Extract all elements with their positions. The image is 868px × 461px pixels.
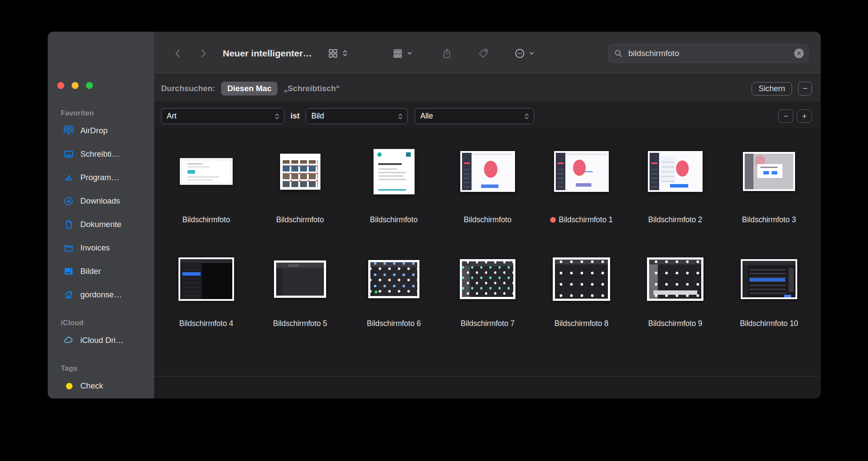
file-name-label: Bildschirmfoto 10 <box>740 318 798 329</box>
file-name-label: Bildschirmfoto 2 <box>648 214 703 225</box>
sidebar-section-tags: TagsCheckDone <box>60 364 151 398</box>
sidebar-item-iclouddri[interactable]: iCloud Dri… <box>60 329 151 352</box>
sidebar-item-dokumente[interactable]: Dokumente <box>60 213 151 236</box>
criteria-subtype-dropdown[interactable]: Alle <box>415 108 534 124</box>
file-thumbnail[interactable] <box>647 250 703 308</box>
file-name-label: Bildschirmfoto <box>182 214 230 225</box>
file-item[interactable]: Bildschirmfoto 5 <box>253 225 347 329</box>
file-item[interactable]: Bildschirmfoto 6 <box>347 225 441 329</box>
view-stepper-icon[interactable] <box>341 49 349 57</box>
sidebar-item-label: Bilder <box>80 267 101 276</box>
status-bar <box>154 376 821 398</box>
sidebar-item-downloads[interactable]: Downloads <box>60 189 151 213</box>
cloud-icon <box>63 335 74 346</box>
file-item[interactable]: Bildschirmfoto 7 <box>441 225 535 329</box>
close-window-button[interactable] <box>57 82 64 89</box>
screenshot-thumbnail-doc-wide <box>180 158 233 185</box>
sidebar-item-gordonse[interactable]: gordonse… <box>60 283 151 306</box>
sidebar-item-label: Check <box>80 381 103 391</box>
folder-icon <box>63 243 74 253</box>
window-title: Neuer intelligenter… <box>223 48 312 59</box>
screenshot-thumbnail-doc-grid <box>280 154 320 190</box>
file-thumbnail[interactable] <box>180 139 233 204</box>
file-thumbnail[interactable] <box>178 250 234 308</box>
file-item[interactable]: Bildschirmfoto 1 <box>535 139 628 225</box>
file-thumbnail[interactable] <box>280 139 320 204</box>
tags-button[interactable] <box>478 48 489 59</box>
view-mode-button[interactable] <box>327 48 349 59</box>
remove-criteria-button[interactable]: − <box>778 109 793 123</box>
file-item[interactable]: Bildschirmfoto 2 <box>628 139 722 225</box>
file-thumbnail[interactable] <box>460 139 515 204</box>
criteria-kind-dropdown[interactable]: Bild <box>306 108 408 124</box>
file-name-label: Bildschirmfoto 6 <box>367 318 421 329</box>
airdrop-icon <box>63 125 74 136</box>
file-item[interactable]: Bildschirmfoto 8 <box>535 225 628 329</box>
file-item[interactable]: Bildschirmfoto <box>253 139 347 225</box>
file-thumbnail[interactable] <box>741 250 797 308</box>
screenshot-thumbnail-app-pink <box>460 151 515 192</box>
sidebar-item-schreibti[interactable]: Schreibti… <box>60 142 151 166</box>
appstore-icon <box>63 172 74 183</box>
file-name-label: Bildschirmfoto <box>370 214 418 225</box>
file-item[interactable]: Bildschirmfoto 4 <box>159 225 253 329</box>
share-button[interactable] <box>441 48 452 59</box>
file-results-area: BildschirmfotoBildschirmfotoBildschirmfo… <box>154 130 821 376</box>
back-button[interactable] <box>171 46 185 61</box>
scope-desktop[interactable]: „Schreibtisch“ <box>284 84 340 93</box>
file-item[interactable]: Bildschirmfoto <box>441 139 535 225</box>
file-name-label: Bildschirmfoto 9 <box>648 318 703 329</box>
file-item[interactable]: Bildschirmfoto <box>159 139 253 225</box>
collapse-criteria-button[interactable]: − <box>798 82 812 95</box>
minimize-window-button[interactable] <box>72 82 79 89</box>
group-by-button[interactable] <box>392 48 413 59</box>
file-thumbnail[interactable] <box>743 139 795 204</box>
file-thumbnail[interactable] <box>460 250 515 308</box>
file-item[interactable]: Bildschirmfoto 10 <box>722 225 816 329</box>
file-name-label: Bildschirmfoto 7 <box>461 318 515 329</box>
document-icon <box>63 219 74 230</box>
save-search-button[interactable]: Sichern <box>752 82 792 95</box>
file-thumbnail[interactable] <box>553 250 610 308</box>
sidebar-item-label: iCloud Dri… <box>80 336 124 345</box>
search-field[interactable]: ✕ <box>608 44 809 63</box>
screenshot-thumbnail-app-dim <box>743 152 795 191</box>
home-icon <box>63 290 74 300</box>
file-thumbnail[interactable] <box>648 139 703 204</box>
download-icon <box>63 196 74 206</box>
add-criteria-button[interactable]: + <box>797 109 812 123</box>
sidebar-item-invoices[interactable]: Invoices <box>60 236 151 260</box>
sidebar-item-bilder[interactable]: Bilder <box>60 260 151 283</box>
file-thumbnail[interactable] <box>368 250 419 308</box>
file-thumbnail[interactable] <box>274 250 326 308</box>
screenshot-thumbnail-dark-menu <box>178 257 234 301</box>
main-pane: Neuer intelligenter… <box>154 32 821 398</box>
file-thumbnail[interactable] <box>373 139 415 204</box>
criteria-attribute-dropdown[interactable]: Art <box>161 108 284 124</box>
sidebar: Favoriten AirDrop Schreibti… Program… Do… <box>48 32 154 398</box>
sidebar-item-label: Downloads <box>80 196 120 206</box>
file-item[interactable]: Bildschirmfoto <box>347 139 441 225</box>
screenshot-thumbnail-app-pink2 <box>554 151 609 192</box>
image-icon <box>63 266 74 277</box>
file-thumbnail[interactable] <box>554 139 609 204</box>
sidebar-item-done[interactable]: Done <box>60 398 151 398</box>
sidebar-item-check[interactable]: Check <box>60 374 151 398</box>
file-item[interactable]: Bildschirmfoto 3 <box>722 139 816 225</box>
sidebar-section-title: Favoriten <box>61 109 151 117</box>
file-item[interactable]: Bildschirmfoto 9 <box>628 225 722 329</box>
clear-search-icon[interactable]: ✕ <box>794 49 804 58</box>
screenshot-thumbnail-dark-icons4 <box>647 257 703 301</box>
dropdown-stepper-icon <box>523 113 530 120</box>
sidebar-item-program[interactable]: Program… <box>60 166 151 189</box>
search-input[interactable] <box>627 48 790 59</box>
zoom-window-button[interactable] <box>86 82 93 89</box>
scope-this-mac[interactable]: Diesen Mac <box>221 82 277 95</box>
screenshot-thumbnail-dark-icons <box>368 260 419 298</box>
scope-label: Durchsuchen: <box>161 84 215 93</box>
dropdown-stepper-icon <box>274 113 281 120</box>
more-actions-button[interactable] <box>514 48 535 59</box>
sidebar-item-airdrop[interactable]: AirDrop <box>60 119 151 142</box>
screenshot-thumbnail-dark-list <box>741 259 797 299</box>
forward-button[interactable] <box>196 46 211 61</box>
